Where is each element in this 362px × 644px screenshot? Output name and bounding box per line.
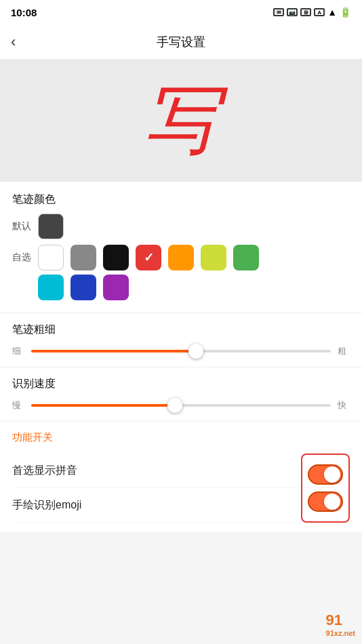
wifi-icon: ▲ [327,7,337,18]
toggle-highlight-box [301,454,350,523]
recognition-speed-track[interactable] [31,404,331,407]
recognition-speed-thumb[interactable] [167,398,182,413]
toggle-pinyin[interactable] [308,464,343,485]
recognition-speed-fill [31,404,175,407]
color-swatch-purple[interactable] [103,275,129,300]
stroke-width-title: 笔迹粗细 [12,323,350,337]
func-label-pinyin: 首选显示拼音 [12,464,77,478]
msg-icon-1: ✉ [273,8,284,16]
stroke-width-thumb[interactable] [188,344,203,359]
func-switch-title: 功能开关 [12,431,350,444]
color-swatch-black[interactable] [103,245,129,270]
custom-color-row2 [12,275,350,300]
stroke-width-track[interactable] [31,350,331,353]
msg-icon-2: 📷 [287,8,298,16]
watermark: 91 91xz.net [326,611,355,637]
custom-label: 自选 [12,251,31,264]
color-swatch-orange[interactable] [168,245,194,270]
func-label-emoji: 手绘识别emoji [12,498,81,512]
page-title: 手写设置 [157,34,205,50]
preview-character: 写 [144,83,218,158]
func-row-emoji: 手绘识别emoji [12,488,350,523]
color-swatch-cyan[interactable] [38,275,64,300]
func-switch-section: 功能开关 首选显示拼音 手绘识别emoji [0,421,362,532]
toggle-emoji[interactable] [308,491,343,512]
stroke-width-fill [31,350,196,353]
thin-label: 细 [12,345,24,357]
stroke-width-row: 细 粗 [12,345,350,357]
top-bar: ‹ 手写设置 [0,24,362,60]
watermark-url: 91xz.net [326,629,355,637]
msg-icon-4: A [314,8,325,16]
stroke-color-title: 笔迹颜色 [12,193,350,207]
default-label: 默认 [12,220,31,233]
func-row-pinyin: 首选显示拼音 [12,454,350,488]
status-bar: 10:08 ✉ 📷 ⊞ A ▲ 🔋 [0,0,362,24]
color-swatch-yellow[interactable] [201,245,226,270]
func-rows-container: 首选显示拼音 手绘识别emoji [12,454,350,523]
recognition-speed-section: 识别速度 慢 快 [0,367,362,421]
battery-icon: 🔋 [340,7,351,18]
recognition-speed-title: 识别速度 [12,377,350,391]
color-swatch-white[interactable] [38,245,64,270]
msg-icon-3: ⊞ [300,8,311,16]
watermark-logo: 91 [326,611,355,629]
toggle-pinyin-knob [324,466,340,483]
color-swatch-green[interactable] [233,245,259,270]
stroke-width-section: 笔迹粗细 细 粗 [0,313,362,367]
fast-label: 快 [338,399,350,411]
custom-color-row: 自选 [12,245,350,270]
stroke-color-section: 笔迹颜色 默认 自选 [0,182,362,313]
preview-area: 写 [0,60,362,182]
back-button[interactable]: ‹ [11,35,16,49]
default-color-row: 默认 [12,214,350,239]
color-swatch-default[interactable] [38,214,64,239]
status-time: 10:08 [11,7,37,18]
recognition-speed-row: 慢 快 [12,399,350,411]
color-swatch-blue[interactable] [71,275,96,300]
color-swatch-red[interactable] [136,245,161,270]
settings-content: 笔迹颜色 默认 自选 笔迹粗细 细 [0,182,362,532]
status-icons: ✉ 📷 ⊞ A ▲ 🔋 [273,7,351,18]
color-swatch-gray[interactable] [71,245,96,270]
slow-label: 慢 [12,399,24,411]
toggle-emoji-knob [324,494,340,510]
thick-label: 粗 [338,345,350,357]
